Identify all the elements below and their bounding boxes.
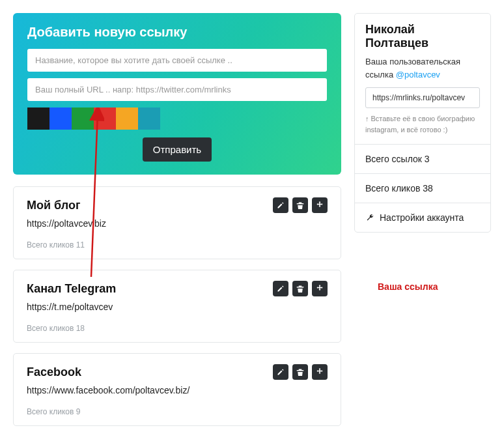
delete-icon[interactable] (292, 281, 308, 296)
link-url: https://t.me/poltavcev (27, 302, 328, 312)
total-links-stat: Всего ссылок 3 (365, 154, 480, 164)
link-card: Канал Telegram https://t.me/poltavcev Вс… (13, 270, 341, 343)
color-picker (27, 107, 327, 130)
link-title: Мой блог (27, 199, 80, 212)
color-swatch-teal[interactable] (138, 107, 160, 130)
link-clicks: Всего кликов 9 (27, 407, 328, 416)
color-swatch-blue[interactable] (49, 107, 72, 130)
profile-hint: ↑Вставьте её в свою биографию instagram,… (365, 113, 480, 135)
color-swatch-orange[interactable] (116, 107, 138, 130)
arrow-up-icon: ↑ (365, 115, 369, 122)
profile-card: Николай Полтавцев Ваша пользовательская … (354, 13, 491, 233)
profile-name: Николай Полтавцев (365, 23, 480, 50)
link-card: Мой блог https://poltavcev.biz Всего кли… (13, 186, 341, 259)
link-title: Канал Telegram (27, 282, 116, 296)
account-settings-link[interactable]: Настройки аккаунта (365, 212, 480, 223)
color-swatch-red[interactable] (94, 107, 116, 130)
color-swatch-black[interactable] (27, 107, 49, 130)
link-clicks: Всего кликов 11 (27, 240, 328, 250)
move-icon[interactable] (312, 364, 328, 380)
profile-subtitle: Ваша пользовательская ссылка @poltavcev (365, 55, 480, 81)
annotation-label: Ваша ссылка (378, 281, 438, 292)
move-icon[interactable] (312, 281, 328, 296)
link-url: https://poltavcev.biz (27, 218, 328, 229)
move-icon[interactable] (312, 197, 328, 213)
color-swatch-green[interactable] (72, 107, 94, 130)
link-title: Facebook (27, 365, 81, 379)
link-url-input[interactable] (27, 78, 327, 101)
add-link-card: Добавить новую ссылку Отправить (13, 13, 341, 175)
link-url: https://www.facebook.com/poltavcev.biz/ (27, 385, 328, 395)
edit-icon[interactable] (273, 364, 288, 380)
delete-icon[interactable] (292, 197, 308, 213)
profile-link-input[interactable] (365, 87, 480, 108)
link-name-input[interactable] (27, 49, 327, 72)
total-clicks-stat: Всего кликов 38 (365, 183, 480, 193)
link-card: Facebook https://www.facebook.com/poltav… (13, 353, 341, 426)
profile-handle[interactable]: @poltavcev (396, 70, 440, 79)
settings-label: Настройки аккаунта (380, 212, 464, 223)
edit-icon[interactable] (273, 281, 288, 296)
link-clicks: Всего кликов 18 (27, 324, 328, 333)
delete-icon[interactable] (292, 364, 308, 380)
wrench-icon (365, 213, 374, 222)
submit-button[interactable]: Отправить (143, 137, 212, 162)
edit-icon[interactable] (273, 197, 288, 213)
add-link-title: Добавить новую ссылку (27, 25, 327, 40)
